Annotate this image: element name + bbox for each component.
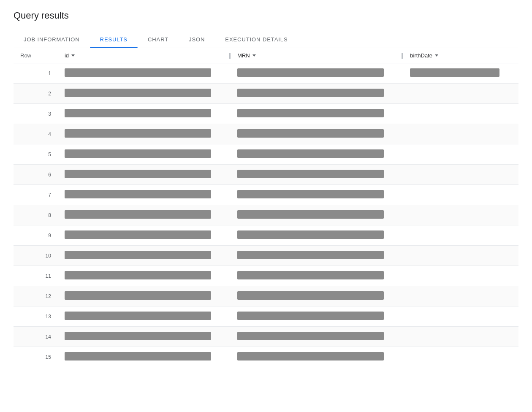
birthdate-cell	[403, 205, 518, 225]
tab-job-information[interactable]: JOB INFORMATION	[14, 31, 90, 48]
mrn-cell	[231, 63, 403, 84]
blurred-value	[65, 251, 211, 259]
table-row: 4	[14, 124, 518, 144]
blurred-value	[237, 230, 384, 239]
blurred-value	[237, 352, 384, 360]
blurred-value	[237, 109, 384, 117]
blurred-value	[65, 312, 211, 320]
birthdate-cell	[403, 246, 518, 266]
tab-execution-details[interactable]: EXECUTION DETAILS	[215, 31, 298, 48]
row-number-cell: 11	[14, 266, 58, 286]
mrn-cell	[231, 225, 403, 246]
id-cell	[58, 225, 231, 246]
table-row: 10	[14, 246, 518, 266]
row-number-cell: 12	[14, 286, 58, 306]
row-number-cell: 6	[14, 165, 58, 185]
blurred-value	[237, 89, 384, 97]
table-row: 7	[14, 185, 518, 205]
row-number-cell: 1	[14, 63, 58, 84]
mrn-cell	[231, 165, 403, 185]
blurred-value	[65, 210, 211, 219]
tab-results[interactable]: RESULTS	[90, 31, 138, 48]
table-row: 13	[14, 306, 518, 327]
col-header-mrn[interactable]: MRN	[231, 48, 403, 63]
mrn-cell	[231, 246, 403, 266]
id-cell	[58, 84, 231, 104]
id-cell	[58, 185, 231, 205]
row-number-cell: 15	[14, 347, 58, 367]
mrn-cell	[231, 266, 403, 286]
birthdate-cell	[403, 165, 518, 185]
blurred-value	[237, 332, 384, 340]
row-number-cell: 10	[14, 246, 58, 266]
mrn-cell	[231, 347, 403, 367]
blurred-value	[65, 291, 211, 300]
results-table-container: Row id MRN	[14, 48, 518, 367]
id-cell	[58, 266, 231, 286]
birthdate-cell	[403, 124, 518, 144]
birthdate-cell	[403, 104, 518, 124]
tab-chart[interactable]: CHART	[138, 31, 179, 48]
blurred-value	[65, 129, 211, 138]
mrn-cell	[231, 104, 403, 124]
col-header-id[interactable]: id	[58, 48, 231, 63]
birthdate-cell	[403, 84, 518, 104]
row-number-cell: 3	[14, 104, 58, 124]
mrn-cell	[231, 124, 403, 144]
id-cell	[58, 306, 231, 327]
table-row: 14	[14, 327, 518, 347]
results-table: Row id MRN	[14, 48, 518, 367]
birthdate-cell	[403, 63, 518, 84]
blurred-value	[65, 230, 211, 239]
id-cell	[58, 144, 231, 165]
blurred-value	[65, 332, 211, 340]
blurred-value	[65, 271, 211, 279]
mrn-cell	[231, 144, 403, 165]
id-cell	[58, 165, 231, 185]
blurred-value	[237, 210, 384, 219]
blurred-value	[237, 68, 384, 77]
table-body: 123456789101112131415	[14, 63, 518, 367]
birthdate-cell	[403, 266, 518, 286]
tab-json[interactable]: JSON	[179, 31, 215, 48]
mrn-dropdown-icon[interactable]	[252, 54, 256, 57]
row-number-cell: 5	[14, 144, 58, 165]
blurred-value	[237, 312, 384, 320]
page-title: Query results	[14, 10, 518, 21]
blurred-value	[65, 170, 211, 178]
blurred-value	[237, 251, 384, 259]
table-row: 6	[14, 165, 518, 185]
blurred-value	[65, 89, 211, 97]
blurred-value	[237, 149, 384, 158]
mrn-cell	[231, 327, 403, 347]
tabs-container: JOB INFORMATION RESULTS CHART JSON EXECU…	[14, 31, 518, 48]
blurred-value	[237, 190, 384, 198]
id-cell	[58, 124, 231, 144]
table-row: 1	[14, 63, 518, 84]
page-container: Query results JOB INFORMATION RESULTS CH…	[0, 0, 532, 412]
mrn-cell	[231, 205, 403, 225]
blurred-value	[65, 352, 211, 360]
birthdate-cell	[403, 144, 518, 165]
mrn-cell	[231, 84, 403, 104]
blurred-value	[65, 68, 211, 77]
blurred-value	[65, 149, 211, 158]
col-header-birthdate[interactable]: birthDate	[403, 48, 518, 63]
birthdate-cell	[403, 225, 518, 246]
blurred-value	[65, 190, 211, 198]
row-number-cell: 14	[14, 327, 58, 347]
birthdate-dropdown-icon[interactable]	[435, 54, 438, 57]
mrn-cell	[231, 185, 403, 205]
col-header-row: Row	[14, 48, 58, 63]
mrn-cell	[231, 306, 403, 327]
birthdate-cell	[403, 185, 518, 205]
id-cell	[58, 205, 231, 225]
birthdate-cell	[403, 306, 518, 327]
birthdate-cell	[403, 327, 518, 347]
birthdate-cell	[403, 286, 518, 306]
table-row: 5	[14, 144, 518, 165]
table-row: 8	[14, 205, 518, 225]
row-number-cell: 9	[14, 225, 58, 246]
table-row: 2	[14, 84, 518, 104]
id-dropdown-icon[interactable]	[71, 54, 75, 57]
